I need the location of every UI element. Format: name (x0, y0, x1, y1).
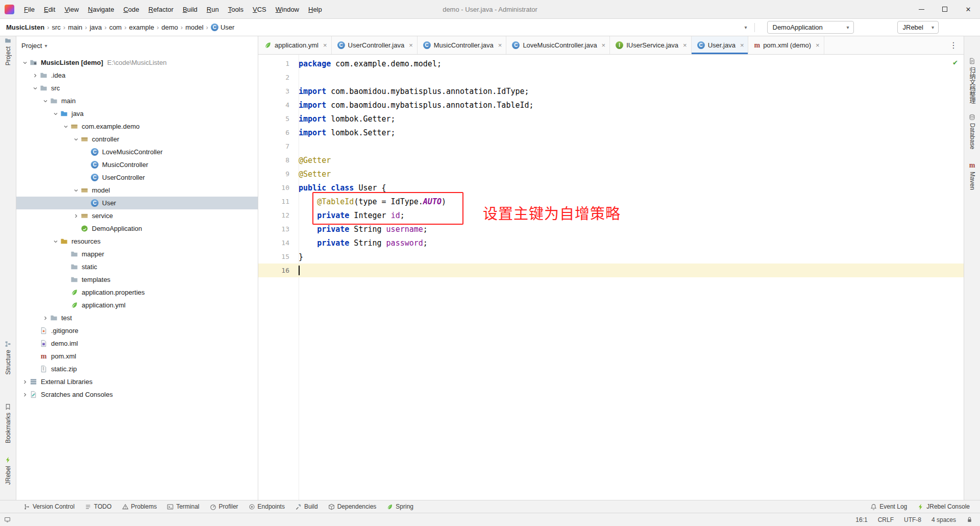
chev-right-icon[interactable] (73, 213, 79, 219)
coverage-shield-button[interactable] (871, 26, 874, 29)
tool-strip-structure[interactable]: Structure (0, 341, 16, 375)
tree-item-application-yml[interactable]: application.yml (16, 299, 258, 312)
editor-tab-lovemusiccontroller-java[interactable]: CLoveMusicController.java× (506, 36, 610, 54)
editor-line-3[interactable]: 3import com.baomidou.mybatisplus.annotat… (258, 84, 964, 98)
tool-window-terminal[interactable]: Terminal (162, 503, 204, 510)
tool-window-version-control[interactable]: Version Control (18, 503, 80, 510)
tree-chevron[interactable] (31, 73, 39, 79)
tree-item-musiclisten-demo[interactable]: MusicListen [demo]E:\code\MusicListen (16, 56, 258, 69)
close-tab-icon[interactable]: × (683, 41, 687, 49)
breadcrumb-java[interactable]: java (90, 23, 102, 31)
breadcrumb-model[interactable]: model (185, 23, 203, 31)
close-tab-icon[interactable]: × (740, 41, 744, 49)
tool-window-jrebel-console[interactable]: JRebel Console (912, 503, 975, 510)
chev-down-icon[interactable] (53, 111, 59, 117)
tool-window-build[interactable]: Build (290, 503, 323, 510)
menu-code[interactable]: Code (119, 6, 144, 13)
search-button[interactable] (955, 26, 959, 29)
tree-item-resources[interactable]: resources (16, 235, 258, 248)
tree-chevron[interactable] (20, 60, 29, 66)
run-play-button[interactable] (857, 26, 861, 29)
editor-tab-application-yml[interactable]: application.yml× (258, 36, 332, 54)
tool-strip-project[interactable]: Project (0, 37, 16, 65)
debug-bug-button[interactable] (864, 26, 867, 29)
tree-item-external-libraries[interactable]: External Libraries (16, 375, 258, 388)
editor-tab-musiccontroller-java[interactable]: CMusicController.java× (418, 36, 507, 54)
chev-down-icon[interactable] (42, 98, 48, 104)
editor-tab-iuserservice-java[interactable]: IIUserService.java× (610, 36, 691, 54)
menu-help[interactable]: Help (304, 6, 327, 13)
monitor-icon[interactable] (4, 516, 11, 523)
tool-window-event-log[interactable]: Event Log (865, 503, 912, 510)
menu-run[interactable]: Run (202, 6, 224, 13)
chev-down-icon[interactable] (22, 60, 28, 66)
tree-chevron[interactable] (51, 111, 60, 117)
tree-item-gitignore[interactable]: .gitignore (16, 324, 258, 337)
tool-strip-maven[interactable]: mMaven (964, 161, 980, 190)
tree-item-musiccontroller[interactable]: CMusicController (16, 158, 258, 171)
build-hammer-button[interactable] (761, 26, 764, 29)
close-tab-icon[interactable]: × (816, 41, 820, 49)
tree-chevron[interactable] (41, 98, 50, 104)
file-encoding[interactable]: UTF-8 (904, 516, 921, 523)
breadcrumb-example[interactable]: example (129, 23, 154, 31)
jrebel-run-button[interactable] (884, 26, 887, 29)
jrebel-select[interactable]: JRebel▾ (897, 21, 939, 34)
hide-panel-button[interactable] (249, 44, 252, 47)
locate-target-button[interactable] (218, 44, 221, 47)
maximize-button[interactable] (933, 0, 957, 18)
menu-refactor[interactable]: Refactor (144, 6, 178, 13)
indent-style[interactable]: 4 spaces (932, 516, 956, 523)
editor-line-16[interactable]: 16 (258, 264, 964, 277)
editor-line-8[interactable]: 8@Getter (258, 153, 964, 167)
tree-item-mapper[interactable]: mapper (16, 248, 258, 260)
tree-item-demoapplication[interactable]: DemoApplication (16, 222, 258, 235)
tree-item-pom-xml[interactable]: mpom.xml (16, 350, 258, 363)
tree-chevron[interactable] (71, 187, 80, 194)
collapse-all-button[interactable] (228, 44, 231, 47)
tree-chevron[interactable] (20, 379, 29, 385)
more-tabs-icon[interactable]: ⋮ (949, 40, 958, 50)
menu-window[interactable]: Window (271, 6, 304, 13)
stop-disabled-button[interactable] (949, 26, 952, 29)
close-button[interactable]: ✕ (957, 0, 980, 18)
tree-item-static-zip[interactable]: static.zip (16, 363, 258, 375)
close-tab-icon[interactable]: × (323, 41, 327, 49)
chev-right-icon[interactable] (42, 315, 48, 321)
menu-build[interactable]: Build (178, 6, 202, 13)
minimize-button[interactable] (910, 0, 933, 18)
tool-strip-docs[interactable]: 归纳文档整理 (964, 58, 980, 104)
tree-chevron[interactable] (71, 213, 80, 219)
tree-item-com-example-demo[interactable]: com.example.demo (16, 120, 258, 133)
breadcrumb-main[interactable]: main (68, 23, 82, 31)
editor-tab-pom-xml-demo[interactable]: mpom.xml (demo)× (748, 36, 824, 54)
project-panel-title-button[interactable]: Project ▾ (21, 42, 47, 50)
editor-line-15[interactable]: 15} (258, 250, 964, 264)
settings-gear-button[interactable] (238, 44, 241, 47)
profiler-gauge-button[interactable] (877, 26, 880, 29)
editor-tab-user-java[interactable]: CUser.java× (692, 36, 749, 54)
tool-window-problems[interactable]: Problems (117, 503, 162, 510)
inspection-status-icon[interactable]: ✔ (953, 58, 958, 67)
breadcrumb-com[interactable]: com (109, 23, 122, 31)
lock-icon[interactable] (966, 516, 973, 523)
close-tab-icon[interactable]: × (602, 41, 606, 49)
editor-line-5[interactable]: 5import lombok.Getter; (258, 112, 964, 126)
tree-item-static[interactable]: static (16, 260, 258, 273)
updates-button[interactable] (962, 26, 965, 29)
line-separator[interactable]: CRLF (878, 516, 894, 523)
menu-view[interactable]: View (60, 6, 83, 13)
editor-line-13[interactable]: 13 private String username; (258, 222, 964, 236)
user-avatar-button[interactable]: ▾ (742, 23, 748, 32)
tree-item-model[interactable]: model (16, 184, 258, 197)
chev-down-icon[interactable] (73, 136, 79, 142)
editor-tab-usercontroller-java[interactable]: CUserController.java× (332, 36, 418, 54)
tree-item-main[interactable]: main (16, 94, 258, 107)
tree-item-lovemusiccontroller[interactable]: CLoveMusicController (16, 146, 258, 158)
tree-item-templates[interactable]: templates (16, 273, 258, 286)
menu-file[interactable]: File (19, 6, 39, 13)
jrebel-debug-button[interactable] (891, 26, 894, 29)
breadcrumb-musiclisten[interactable]: MusicListen (6, 23, 44, 31)
editor-line-10[interactable]: 10public class User { (258, 181, 964, 195)
code-editor[interactable]: 1package com.example.demo.model;23import… (258, 55, 964, 500)
